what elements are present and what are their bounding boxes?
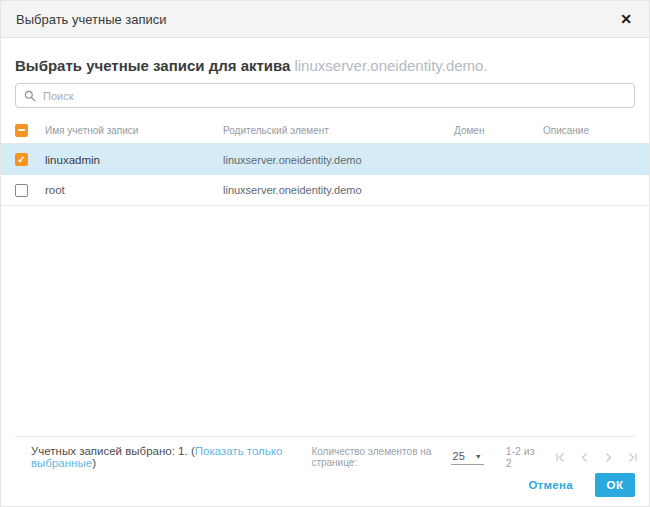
search-box [15,83,635,108]
cell-account-name: linuxadmin [45,154,223,166]
page-size-dropdown[interactable]: 25 ▼ [451,450,484,465]
row-checkbox-checked[interactable]: ✓ [15,153,28,166]
table-row[interactable]: root linuxserver.oneidentity.demo [1,175,649,206]
column-header-description[interactable]: Описание [543,125,635,136]
selected-count-suffix: ) [92,457,96,469]
selected-count-prefix: Учетных записей выбрано: 1. ( [31,445,195,457]
search-input[interactable] [43,90,626,102]
column-header-parent[interactable]: Родительский элемент [223,125,454,136]
row-checkbox-unchecked[interactable] [15,184,28,197]
page-size-label: Количество элементов на странице: [311,446,442,468]
column-header-name[interactable]: Имя учетной записи [45,125,223,136]
page-heading: Выбрать учетные записи для активаlinuxse… [15,57,635,74]
footer-status-row: Учетных записей выбрано: 1. (Показать то… [1,445,649,469]
search-icon [24,90,36,102]
asset-name: linuxserver.oneidentity.demo. [294,57,487,74]
prev-page-icon[interactable] [579,452,590,463]
pagination-controls: Количество элементов на странице: 25 ▼ 1… [311,445,638,469]
select-accounts-dialog: Выбрать учетные записи ✕ Выбрать учетные… [0,0,650,507]
cell-parent: linuxserver.oneidentity.demo [223,154,454,166]
column-header-domain[interactable]: Домен [454,125,543,136]
dialog-header: Выбрать учетные записи ✕ [1,1,649,38]
heading-text: Выбрать учетные записи для актива [15,57,290,74]
select-all-checkbox[interactable] [15,124,28,137]
next-page-icon[interactable] [603,452,614,463]
table-row[interactable]: ✓ linuxadmin linuxserver.oneidentity.dem… [1,144,649,175]
page-range-text: 1-2 из 2 [506,445,535,469]
first-page-icon[interactable] [555,452,566,463]
table-header: Имя учетной записи Родительский элемент … [1,117,649,144]
pager [555,452,638,463]
page-size-value: 25 [453,450,465,462]
cell-parent: linuxserver.oneidentity.demo [223,184,454,196]
selected-count-text: Учетных записей выбрано: 1. (Показать то… [31,445,311,469]
dialog-title: Выбрать учетные записи [16,12,167,27]
close-icon[interactable]: ✕ [618,10,634,28]
cancel-button[interactable]: Отмена [528,479,573,491]
dialog-footer: Учетных записей выбрано: 1. (Показать то… [1,436,649,506]
minus-icon [18,129,25,131]
footer-actions-row: Отмена ОК [1,473,649,497]
footer-divider [15,436,635,437]
ok-button[interactable]: ОК [595,473,635,497]
last-page-icon[interactable] [627,452,638,463]
chevron-down-icon: ▼ [475,452,482,461]
cell-account-name: root [45,184,223,196]
